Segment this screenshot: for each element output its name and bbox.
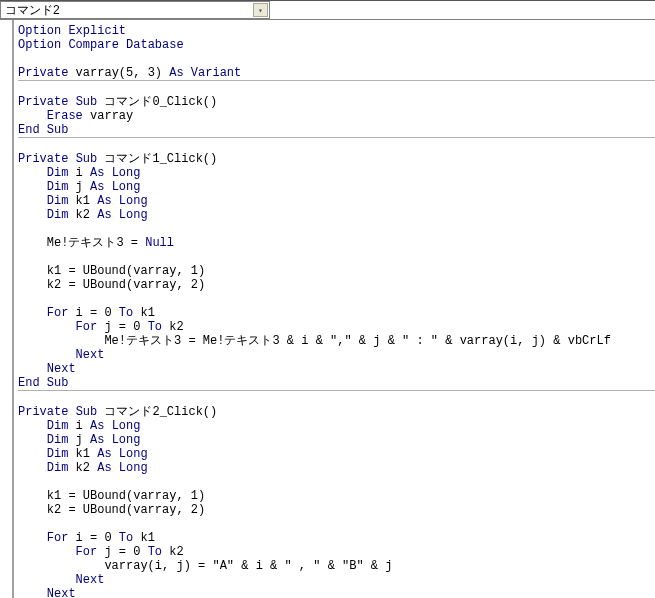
object-dropdown-bar: コマンド2 ▾ [0, 1, 655, 19]
code-line: Option Compare Database [18, 38, 184, 52]
code-line: Private varray(5, 3) As Variant [18, 66, 241, 80]
proc-separator [18, 390, 655, 391]
code-line: Next [18, 587, 76, 598]
code-line: Dim i As Long [18, 419, 140, 433]
code-line: Next [18, 362, 76, 376]
code-line: Private Sub コマンド2_Click() [18, 405, 217, 419]
code-line: End Sub [18, 376, 68, 390]
chevron-down-icon[interactable]: ▾ [253, 3, 268, 17]
code-line: Dim k1 As Long [18, 194, 148, 208]
code-line: Option Explicit [18, 24, 126, 38]
vbe-window: コマンド2 ▾ Option Explicit Option Compare D… [0, 0, 655, 598]
object-dropdown-selected: コマンド2 [1, 2, 60, 19]
code-line: k2 = UBound(varray, 2) [18, 503, 205, 517]
code-line: k2 = UBound(varray, 2) [18, 278, 205, 292]
code-line: For j = 0 To k2 [18, 320, 184, 334]
code-line: Private Sub コマンド0_Click() [18, 95, 217, 109]
code-line: Dim i As Long [18, 166, 140, 180]
code-line: For j = 0 To k2 [18, 545, 184, 559]
code-line: Next [18, 348, 104, 362]
code-line: For i = 0 To k1 [18, 306, 155, 320]
code-line: Dim k1 As Long [18, 447, 148, 461]
code-pane[interactable]: Option Explicit Option Compare Database … [14, 20, 655, 598]
editor-area: Option Explicit Option Compare Database … [0, 19, 655, 598]
code-line: Dim j As Long [18, 180, 140, 194]
code-line: End Sub [18, 123, 68, 137]
object-dropdown[interactable]: コマンド2 ▾ [0, 1, 270, 19]
code-line: For i = 0 To k1 [18, 531, 155, 545]
code-line: Dim k2 As Long [18, 208, 148, 222]
proc-separator [18, 137, 655, 138]
code-line: k1 = UBound(varray, 1) [18, 264, 205, 278]
code-line: Dim j As Long [18, 433, 140, 447]
code-line: Next [18, 573, 104, 587]
code-line: varray(i, j) = "A" & i & " , " & "B" & j [18, 559, 392, 573]
proc-separator [18, 80, 655, 81]
code-line: Private Sub コマンド1_Click() [18, 152, 217, 166]
code-line: k1 = UBound(varray, 1) [18, 489, 205, 503]
code-line: Me!テキスト3 = Null [18, 236, 174, 250]
code-line: Dim k2 As Long [18, 461, 148, 475]
code-line: Me!テキスト3 = Me!テキスト3 & i & "," & j & " : … [18, 334, 611, 348]
breakpoint-gutter[interactable] [0, 20, 14, 598]
code-line: Erase varray [18, 109, 133, 123]
